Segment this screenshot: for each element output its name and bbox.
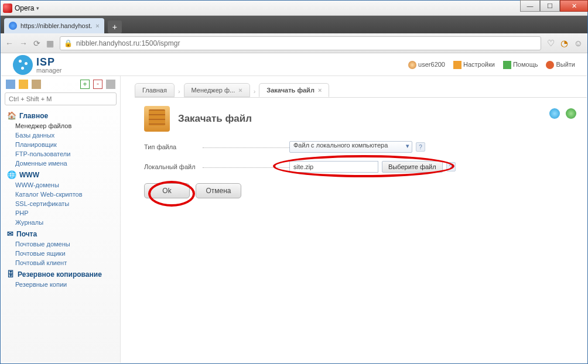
logo: ISP manager [13, 55, 61, 75]
minus-icon[interactable]: - [93, 80, 102, 89]
refresh-icon[interactable] [549, 108, 560, 119]
logo-line2: manager [36, 67, 61, 74]
tab-filemgr[interactable]: Менеджер ф...× [184, 83, 250, 97]
user-link[interactable]: user6200 [408, 61, 445, 69]
sidebar-item[interactable]: Базы данных [1, 131, 120, 140]
panel-title: Закачать файл [178, 113, 252, 125]
sidebar-item[interactable]: Менеджер файлов [1, 121, 120, 131]
tab-main[interactable]: Главная [135, 83, 175, 97]
sidebar-item[interactable]: Каталог Web-скриптов [1, 190, 120, 199]
address-field[interactable]: 🔒 nibbler.handyhost.ru:1500/ispmgr [60, 36, 541, 50]
folder-tree-icon[interactable] [6, 80, 15, 89]
content-tabs: Главная › Менеджер ф...× › Закачать файл… [121, 76, 587, 97]
sidebar-item[interactable]: WWW-домены [1, 180, 120, 190]
tab-upload[interactable]: Закачать файл× [259, 83, 329, 97]
close-icon[interactable]: × [318, 87, 322, 94]
logo-line1: ISP [36, 57, 61, 67]
user-links: user6200 Настройки Помощь Выйти [408, 61, 575, 69]
sidebar-section-header[interactable]: 🗄Резервное копирование [1, 267, 120, 280]
sidebar-item[interactable]: FTP-пользователи [1, 149, 120, 159]
sidebar-item[interactable]: Почтовый клиент [1, 258, 120, 267]
browser-tab-label: https://nibbler.handyhost. [20, 22, 92, 29]
choose-file-button[interactable]: Выберите файл [382, 161, 443, 173]
close-button[interactable]: ✕ [560, 0, 588, 12]
label-file-type: Тип файла [144, 143, 289, 150]
heart-icon[interactable]: ♡ [547, 38, 555, 49]
star-icon[interactable] [19, 80, 28, 89]
plus-icon[interactable]: + [80, 80, 90, 89]
window-title: Opera [15, 4, 34, 12]
settings-link[interactable]: Настройки [453, 61, 495, 69]
sidebar-search[interactable] [5, 92, 117, 105]
browser-tab[interactable]: https://nibbler.handyhost. × [4, 18, 104, 33]
file-type-select[interactable]: Файл с локального компьютера [289, 141, 412, 153]
reload-icon[interactable]: ⟳ [33, 39, 40, 48]
avatar-icon [408, 61, 416, 69]
sidebar-search-input[interactable] [5, 92, 117, 105]
local-file-input[interactable] [289, 161, 378, 173]
forward-icon[interactable]: → [19, 39, 28, 48]
sidebar-item[interactable]: Почтовые ящики [1, 249, 120, 258]
speeddial-icon[interactable]: ▦ [46, 39, 54, 48]
logo-icon [13, 55, 33, 75]
cancel-button[interactable]: Отмена [196, 183, 241, 198]
exit-link[interactable]: Выйти [546, 61, 575, 69]
opera-icon [3, 4, 12, 13]
help-icon[interactable]: ? [416, 142, 425, 152]
sidebar: + - 🏠ГлавноеМенеджер файловБазы данныхПл… [1, 76, 121, 363]
user-icon[interactable]: ☺ [574, 38, 583, 48]
pin-icon[interactable] [106, 80, 115, 89]
back-icon[interactable]: ← [5, 39, 13, 48]
globe-settings-icon[interactable] [566, 108, 576, 119]
label-local-file: Локальный файл [144, 163, 289, 170]
sidebar-item[interactable]: Почтовые домены [1, 239, 120, 249]
sidebar-item[interactable]: Доменные имена [1, 159, 120, 168]
drawer-icon [144, 106, 170, 132]
new-tab-button[interactable]: + [108, 20, 122, 33]
section-icon: 🏠 [7, 111, 16, 120]
sidebar-section-header[interactable]: 🌐WWW [1, 168, 120, 180]
address-bar: ← → ⟳ ▦ 🔒 nibbler.handyhost.ru:1500/ispm… [1, 33, 587, 53]
sidebar-item[interactable]: Резервные копии [1, 280, 120, 289]
clipboard-icon[interactable] [32, 80, 41, 89]
close-tab-icon[interactable]: × [95, 22, 99, 29]
sidebar-item[interactable]: SSL-сертификаты [1, 199, 120, 208]
address-text: nibbler.handyhost.ru:1500/ispmgr [76, 39, 180, 47]
ok-button[interactable]: Ok [144, 183, 190, 198]
help-icon [503, 61, 511, 69]
gear-icon [453, 61, 461, 69]
section-icon: 🌐 [7, 170, 16, 179]
clock-icon[interactable]: ◔ [560, 38, 568, 49]
close-icon[interactable]: × [238, 87, 242, 94]
sidebar-section-header[interactable]: 🏠Главное [1, 109, 120, 121]
sidebar-item[interactable]: Планировщик [1, 140, 120, 149]
minimize-button[interactable]: — [520, 0, 540, 12]
sidebar-item[interactable]: PHP [1, 208, 120, 218]
help-icon[interactable]: ? [446, 162, 456, 171]
sidebar-section-header[interactable]: ✉Почта [1, 227, 120, 239]
section-icon: ✉ [7, 229, 13, 238]
globe-icon [9, 22, 17, 30]
window-titlebar: Opera ▾ — ☐ ✕ [1, 1, 587, 16]
help-link[interactable]: Помощь [503, 61, 538, 69]
section-icon: 🗄 [7, 270, 15, 279]
browser-tabbar: https://nibbler.handyhost. × + [1, 16, 587, 33]
maximize-button[interactable]: ☐ [540, 0, 560, 12]
sidebar-item[interactable]: Журналы [1, 218, 120, 227]
power-icon [546, 61, 554, 69]
lock-icon: 🔒 [64, 39, 73, 47]
